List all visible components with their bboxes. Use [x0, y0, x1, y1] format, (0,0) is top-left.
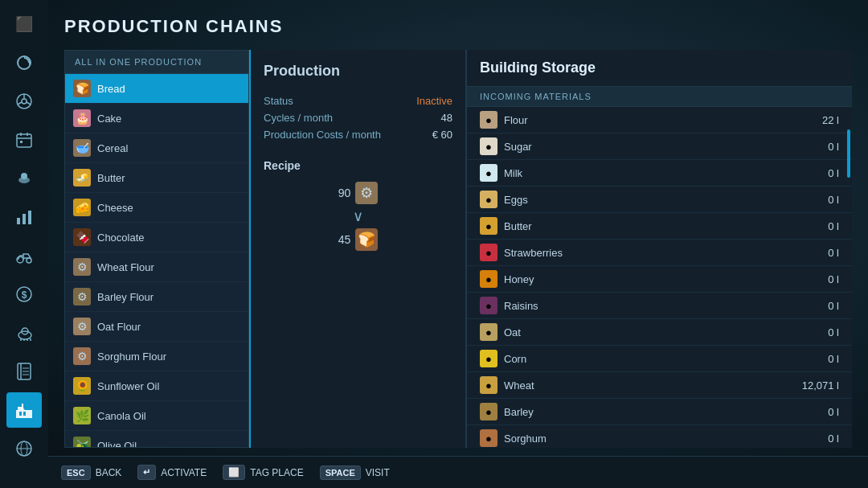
list-item-butter[interactable]: 🧈 Butter [65, 163, 248, 193]
sidebar-item-weather[interactable] [6, 161, 42, 196]
storage-item-amount: 0 l [799, 273, 839, 285]
list-item-icon: ⚙ [73, 288, 91, 306]
key-label: TAG PLACE [250, 467, 303, 478]
list-item-label: Oat Flour [97, 321, 141, 333]
recipe-output-icon: 🍞 [355, 228, 378, 251]
right-panel-title: Building Storage [480, 59, 839, 76]
page-title: PRODUCTION CHAINS [64, 16, 852, 37]
recipe-output: 45 🍞 [338, 228, 379, 251]
storage-item: ● Butter 0 l [467, 213, 852, 240]
svg-rect-14 [17, 218, 20, 224]
storage-item-name: Honey [504, 273, 792, 285]
list-item-icon: 🌻 [73, 377, 91, 395]
content-row: ALL IN ONE PRODUCTION 🍞 Bread 🎂 Cake 🥣 C… [64, 50, 852, 448]
list-item-cheese[interactable]: 🧀 Cheese [65, 193, 248, 223]
storage-item-amount: 0 l [799, 141, 839, 153]
stat-label: Status [264, 92, 408, 109]
svg-rect-16 [28, 211, 31, 224]
svg-point-3 [22, 99, 27, 104]
list-item-wheat-flour[interactable]: ⚙ Wheat Flour [65, 252, 248, 282]
list-item-cereal[interactable]: 🥣 Cereal [65, 133, 248, 163]
sidebar-item-tractor[interactable] [6, 238, 42, 273]
list-item-label: Olive Oil [97, 440, 137, 448]
list-item-barley-flour[interactable]: ⚙ Barley Flour [65, 282, 248, 312]
list-item-icon: ⚙ [73, 347, 91, 365]
list-item-icon: 🎂 [73, 109, 91, 127]
stats-row: Cycles / month 48 [264, 109, 452, 126]
list-item-icon: 🍞 [73, 80, 91, 97]
list-item-cake[interactable]: 🎂 Cake [65, 104, 248, 133]
list-item-label: Wheat Flour [97, 261, 154, 273]
sidebar-item-calendar[interactable] [6, 122, 42, 158]
stat-label: Cycles / month [264, 109, 408, 126]
svg-line-5 [18, 102, 22, 105]
main-content: PRODUCTION CHAINS ALL IN ONE PRODUCTION … [48, 0, 868, 456]
list-item-icon: 🥣 [73, 139, 91, 157]
storage-item: ● Sorghum 0 l [467, 425, 852, 448]
sidebar-item-stats[interactable] [6, 199, 42, 235]
sidebar-item-factory[interactable] [6, 392, 42, 428]
storage-list[interactable]: ● Flour 22 l ● Sugar 0 l ● Milk 0 l ● Eg… [467, 107, 852, 448]
list-item-label: Chocolate [97, 232, 145, 244]
key-badge: ↵ [137, 465, 156, 480]
sidebar-item-grid[interactable]: ⬛ [6, 6, 42, 42]
left-panel-header: ALL IN ONE PRODUCTION [65, 51, 248, 74]
key-btn-visit[interactable]: SPACE VISIT [320, 465, 390, 480]
list-item-bread[interactable]: 🍞 Bread [65, 74, 248, 104]
sidebar: ⬛ [0, 0, 48, 488]
storage-item-name: Corn [504, 353, 792, 365]
stat-value: Inactive [408, 92, 452, 109]
list-item-sorghum-flour[interactable]: ⚙ Sorghum Flour [65, 342, 248, 371]
storage-item-amount: 0 l [799, 433, 839, 445]
list-item-icon: 🍫 [73, 228, 91, 246]
storage-item: ● Oat 0 l [467, 319, 852, 346]
key-btn-activate[interactable]: ↵ ACTIVATE [137, 465, 207, 480]
storage-item-amount: 0 l [799, 406, 839, 418]
stats-row: Production Costs / month € 60 [264, 126, 452, 143]
key-btn-back[interactable]: ESC BACK [61, 465, 121, 480]
storage-icon: ● [480, 297, 497, 314]
svg-point-18 [27, 258, 31, 263]
list-item-chocolate[interactable]: 🍫 Chocolate [65, 223, 248, 252]
right-sub-header: INCOMING MATERIALS [467, 87, 852, 107]
list-item-icon: 🫒 [73, 437, 91, 447]
production-list[interactable]: 🍞 Bread 🎂 Cake 🥣 Cereal 🧈 Butter 🧀 Chees… [65, 74, 248, 447]
list-item-icon: ⚙ [73, 258, 91, 276]
list-item-oat-flour[interactable]: ⚙ Oat Flour [65, 312, 248, 342]
list-item-icon: 🌿 [73, 407, 91, 424]
svg-rect-34 [19, 412, 22, 416]
sidebar-item-animal[interactable] [6, 315, 42, 351]
sidebar-item-cycle[interactable] [6, 45, 42, 80]
sidebar-item-money[interactable]: $ [6, 277, 42, 312]
scroll-indicator [847, 129, 850, 178]
storage-item-name: Strawberries [504, 247, 792, 259]
storage-item-name: Barley [504, 406, 792, 418]
recipe-input: 90 ⚙ [338, 182, 379, 204]
recipe-title: Recipe [264, 159, 452, 172]
storage-item-name: Milk [504, 167, 792, 179]
sidebar-item-book[interactable] [6, 354, 42, 389]
storage-item: ● Sugar 0 l [467, 133, 852, 160]
storage-icon: ● [480, 270, 497, 288]
storage-item-amount: 12,071 l [799, 379, 839, 392]
list-item-canola-oil[interactable]: 🌿 Canola Oil [65, 401, 248, 431]
list-item-olive-oil[interactable]: 🫒 Olive Oil [65, 431, 248, 447]
storage-icon: ● [480, 376, 497, 394]
svg-point-21 [18, 331, 31, 339]
sidebar-item-steering[interactable] [6, 84, 42, 119]
sidebar-item-globe[interactable] [6, 431, 42, 466]
storage-icon: ● [480, 350, 497, 367]
recipe-input-icon: ⚙ [355, 182, 378, 204]
key-btn-tag place[interactable]: ⬜ TAG PLACE [223, 465, 303, 480]
storage-icon: ● [480, 164, 497, 182]
storage-item-amount: 0 l [799, 194, 839, 206]
storage-icon: ● [480, 244, 497, 261]
svg-rect-7 [17, 134, 31, 147]
list-item-sunflower-oil[interactable]: 🌻 Sunflower Oil [65, 371, 248, 401]
storage-item-name: Raisins [504, 300, 792, 312]
list-item-label: Cereal [97, 142, 128, 154]
storage-icon: ● [480, 323, 497, 341]
left-panel: ALL IN ONE PRODUCTION 🍞 Bread 🎂 Cake 🥣 C… [64, 50, 249, 448]
storage-item-amount: 0 l [799, 326, 839, 338]
recipe-input-amount: 90 [338, 187, 351, 199]
